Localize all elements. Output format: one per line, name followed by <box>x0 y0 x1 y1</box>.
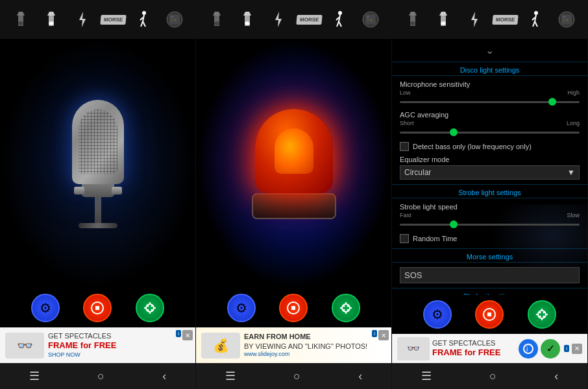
equalizer-dropdown[interactable]: Circular ▼ <box>400 165 580 180</box>
svg-marker-37 <box>275 12 282 27</box>
stop-button-3[interactable] <box>475 300 504 329</box>
strobe-speed-label: Strobe light speed <box>400 203 580 211</box>
toolbar-3: MORSE <box>392 0 587 39</box>
svg-marker-67 <box>471 12 478 27</box>
svg-point-27 <box>151 305 153 307</box>
ad-close-1[interactable]: ✕ <box>182 330 193 340</box>
strobe-speed-slider[interactable] <box>400 219 580 230</box>
menu-nav-icon-3[interactable]: ☰ <box>421 369 432 383</box>
morse-icon-2[interactable]: MORSE <box>297 8 321 31</box>
svg-line-10 <box>140 18 143 20</box>
home-nav-icon-2[interactable]: ○ <box>293 370 300 383</box>
svg-rect-77 <box>563 19 565 21</box>
agc-label: AGC averaging <box>400 111 580 119</box>
back-nav-icon[interactable]: ‹ <box>162 370 166 383</box>
svg-point-90 <box>524 344 533 353</box>
virus-button-3[interactable] <box>528 300 556 329</box>
ad-cta-1[interactable]: SHOP NOW <box>48 351 116 359</box>
random-time-row[interactable]: Random Time <box>392 231 587 246</box>
detect-bass-checkbox[interactable] <box>400 142 409 151</box>
disco-light-icon[interactable] <box>163 8 186 31</box>
detect-bass-row[interactable]: Detect bass only (low frequency only) <box>392 139 587 154</box>
mic-sensitivity-label: Microphone sensitivity <box>400 80 580 88</box>
virus-button-2[interactable] <box>332 294 360 322</box>
morse-text-input[interactable] <box>400 267 580 283</box>
walk-icon-2[interactable] <box>328 8 352 31</box>
flashlight-off-icon-2[interactable] <box>205 8 228 31</box>
morse-icon[interactable]: MORSE <box>101 8 125 31</box>
svg-rect-45 <box>367 16 369 18</box>
toolbar-2: MORSE <box>196 0 391 39</box>
mic-stand <box>95 197 101 223</box>
svg-point-56 <box>343 305 345 307</box>
slider-thumb-mic <box>548 98 556 106</box>
chevron-down-icon[interactable]: ⌄ <box>392 41 587 59</box>
svg-marker-34 <box>243 12 251 16</box>
flashlight-on-icon[interactable] <box>40 8 63 31</box>
flashlight-on-icon-2[interactable] <box>236 8 259 31</box>
ad-glasses-image: 👓 <box>5 333 44 359</box>
mic-knob-right <box>112 187 122 194</box>
ad-3-image: 👓 <box>397 337 430 360</box>
strobe-section-header: Strobe light settings <box>392 184 587 198</box>
svg-point-58 <box>343 309 345 311</box>
mic-sensitivity-slider[interactable] <box>400 97 580 107</box>
settings-button-3[interactable]: ⚙ <box>423 300 452 329</box>
zap-icon-2[interactable] <box>267 8 290 31</box>
svg-point-68 <box>534 11 538 15</box>
back-nav-icon-3[interactable]: ‹ <box>554 370 558 383</box>
flashlight-off-icon-3[interactable] <box>401 8 424 31</box>
back-nav-icon-2[interactable]: ‹ <box>358 370 362 383</box>
svg-point-28 <box>147 309 149 311</box>
ad-badge-2: i <box>372 330 377 337</box>
settings-button-2[interactable]: ⚙ <box>227 294 256 322</box>
strobe-fast-label: Fast <box>400 212 411 218</box>
agc-sublabels: Short Long <box>400 120 580 126</box>
stop-button-2[interactable] <box>279 294 308 322</box>
bottom-section-3: ⚙ <box>392 295 587 334</box>
svg-point-21 <box>146 304 154 312</box>
svg-point-32 <box>214 21 219 25</box>
svg-rect-16 <box>174 16 177 18</box>
svg-line-72 <box>535 21 537 27</box>
agc-slider[interactable] <box>400 127 580 137</box>
equalizer-row: Equalizer mode Circular ▼ <box>392 154 587 182</box>
siren-visual <box>252 109 336 219</box>
mic-sensitivity-sublabels: Low High <box>400 89 580 96</box>
panel-settings: MORSE ⌄ <box>392 0 588 389</box>
disco-light-icon-3[interactable] <box>555 8 578 31</box>
siren-display <box>196 39 391 289</box>
settings-button-1[interactable]: ⚙ <box>31 294 60 322</box>
stop-button-1[interactable] <box>83 294 112 322</box>
ad-cta-2[interactable]: www.slidejoy.com <box>244 351 367 359</box>
ad-3-right: i ✓ <box>519 339 560 359</box>
toolbar-1: MORSE <box>0 0 195 39</box>
home-nav-icon[interactable]: ○ <box>97 370 104 383</box>
slider-thumb-strobe <box>450 220 458 228</box>
disco-light-icon-2[interactable] <box>359 8 382 31</box>
strobe-slow-label: Slow <box>567 212 580 218</box>
menu-nav-icon[interactable]: ☰ <box>29 369 40 383</box>
zap-icon-3[interactable] <box>463 8 486 31</box>
zap-icon[interactable] <box>71 8 94 31</box>
flashlight-on-icon-3[interactable] <box>432 8 455 31</box>
settings-scroll-content: ⌄ Disco light settings Microphone sensit… <box>392 39 587 295</box>
ad-close-3[interactable]: ✕ <box>572 344 582 354</box>
microphone-visual <box>72 100 124 228</box>
home-nav-icon-3[interactable]: ○ <box>489 370 496 383</box>
walk-icon[interactable] <box>132 8 156 31</box>
slider-track-mic <box>400 101 580 103</box>
ad-close-2[interactable]: ✕ <box>378 330 389 340</box>
mic-base-plate <box>79 223 117 228</box>
svg-rect-17 <box>171 19 173 21</box>
morse-icon-3[interactable]: MORSE <box>493 8 517 31</box>
mic-grid <box>79 110 117 174</box>
ad-banner-1: 👓 GET SPECTACLES FRAME for FREE SHOP NOW… <box>0 327 195 363</box>
bottom-bar-1: ⚙ <box>0 289 195 327</box>
menu-nav-icon-2[interactable]: ☰ <box>225 369 236 383</box>
random-time-checkbox[interactable] <box>400 234 409 243</box>
walk-icon-3[interactable] <box>524 8 548 31</box>
flashlight-off-icon[interactable] <box>9 8 32 31</box>
shake-section-header: Shake-it settings <box>392 288 587 295</box>
virus-button-1[interactable] <box>136 294 164 322</box>
